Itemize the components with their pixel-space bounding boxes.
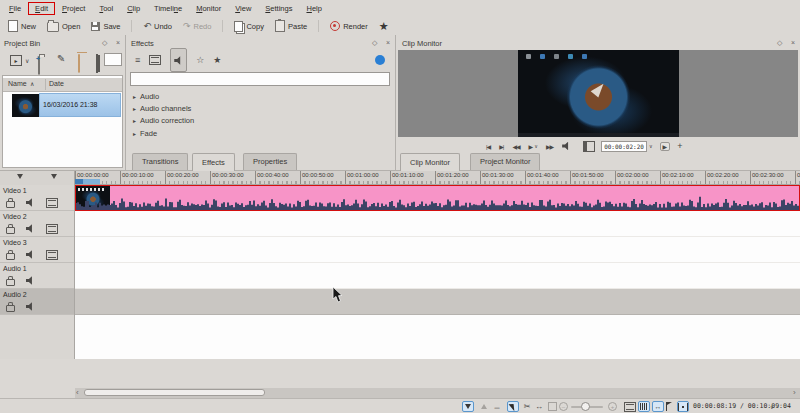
markers-flag-icon[interactable] [666, 401, 674, 412]
show-description-icon[interactable] [375, 55, 385, 65]
menu-file[interactable]: File [2, 2, 28, 15]
paste-button[interactable]: Paste [275, 20, 307, 32]
menu-monitor[interactable]: Monitor [189, 2, 228, 15]
effect-category-audio[interactable]: ▸ Audio [133, 92, 159, 101]
track-lane-audio2-selected[interactable] [75, 289, 800, 315]
lock-track-icon[interactable] [6, 305, 15, 312]
undo-button[interactable]: ↶Undo [143, 22, 171, 31]
lock-track-icon[interactable] [6, 227, 15, 234]
open-button[interactable]: Open [47, 20, 80, 32]
float-panel-icon[interactable]: ◇ [777, 39, 782, 46]
spacer-tool-icon[interactable]: ↔ [534, 401, 544, 412]
bin-clip-row[interactable]: 16/03/2016 21:38 [39, 93, 121, 117]
show-audio-thumbnails-icon[interactable] [638, 401, 650, 412]
track-header-video1[interactable]: Video 1 [0, 185, 74, 211]
effect-category-audio-correction[interactable]: ▸ Audio correction [133, 116, 194, 125]
hide-track-icon[interactable] [46, 250, 58, 260]
close-panel-icon[interactable]: × [116, 39, 120, 46]
float-panel-icon[interactable]: ◇ [372, 39, 377, 46]
column-date[interactable]: Date [49, 80, 64, 87]
favorites-button[interactable]: ★ [379, 21, 389, 32]
create-folder-button[interactable] [38, 56, 40, 75]
mute-track-icon[interactable] [26, 302, 35, 311]
bin-search-input[interactable] [104, 53, 122, 66]
timecode-spinner-icon[interactable]: ∨ [649, 143, 652, 149]
hide-track-icon[interactable] [46, 198, 58, 208]
menu-settings[interactable]: Settings [258, 2, 299, 15]
lock-track-icon[interactable] [6, 253, 15, 260]
track-header-audio2[interactable]: Audio 2 [0, 289, 74, 315]
timeline-ruler[interactable]: 00:00:00:0000:00:10:0000:00:20:0000:00:3… [75, 171, 800, 185]
clip-properties-button[interactable] [96, 54, 98, 73]
track-lane-video3[interactable] [75, 237, 800, 263]
float-panel-icon[interactable]: ◇ [102, 39, 107, 46]
close-panel-icon[interactable]: × [791, 39, 795, 46]
snap-icon[interactable] [677, 401, 689, 412]
menu-project[interactable]: Project [55, 2, 92, 15]
show-video-thumbnails-icon[interactable] [624, 401, 636, 412]
add-marker-icon[interactable]: + [677, 141, 682, 151]
timeline-clip-selected[interactable] [75, 185, 800, 211]
expand-arrow-icon[interactable]: ▸ [133, 131, 136, 137]
expand-arrow-icon[interactable]: ▸ [133, 118, 136, 124]
goto-zone-start-icon[interactable]: |◀ [486, 143, 490, 150]
video-effects-icon[interactable] [149, 55, 161, 65]
effect-category-fade[interactable]: ▸ Fade [133, 129, 157, 138]
monitor-screen[interactable] [398, 50, 798, 137]
bin-column-header[interactable]: Name ∧ Date [3, 78, 122, 92]
razor-tool-icon[interactable]: ✂ [522, 401, 532, 412]
render-button[interactable]: Render [330, 21, 368, 31]
play-options-chevron-icon[interactable]: ∨ [534, 143, 537, 149]
tab-properties[interactable]: Properties [243, 153, 297, 170]
lock-track-icon[interactable] [6, 201, 15, 208]
close-panel-icon[interactable]: × [386, 39, 390, 46]
timeline-body[interactable] [75, 185, 800, 359]
effect-category-audio-channels[interactable]: ▸ Audio channels [133, 104, 191, 113]
mute-track-icon[interactable] [26, 224, 35, 233]
audio-effects-toggle[interactable] [170, 48, 187, 72]
scrollbar-thumb[interactable] [84, 389, 265, 396]
scroll-right-icon[interactable]: › [793, 388, 796, 397]
monitor-volume-icon[interactable] [562, 142, 571, 151]
tab-clip-monitor[interactable]: Clip Monitor [400, 153, 460, 171]
scroll-left-icon[interactable]: ‹ [76, 388, 79, 397]
save-button[interactable]: Save [91, 22, 120, 31]
menu-tool[interactable]: Tool [92, 2, 120, 15]
mute-track-icon[interactable] [26, 198, 35, 207]
clip-thumbnail[interactable] [12, 94, 39, 117]
copy-button[interactable]: Copy [234, 21, 264, 32]
zoom-out-icon[interactable]: – [559, 401, 568, 412]
add-clip-dropdown-icon[interactable]: ∨ [25, 58, 29, 64]
menu-view[interactable]: View [228, 2, 258, 15]
tab-effects[interactable]: Effects [192, 153, 235, 171]
monitor-timecode-field[interactable]: 00:00:02:20 [601, 141, 647, 152]
menu-help[interactable]: Help [299, 2, 328, 15]
timecode-options-chevron-icon[interactable]: ∨ [770, 401, 774, 412]
mute-track-icon[interactable] [26, 250, 35, 259]
goto-zone-end-icon[interactable]: ▶| [499, 143, 503, 150]
track-lane-video2[interactable] [75, 211, 800, 237]
menu-timeline[interactable]: Timeline [147, 2, 189, 15]
track-header-audio1[interactable]: Audio 1 [0, 263, 74, 289]
tab-transitions[interactable]: Transitions [132, 153, 188, 170]
hide-track-icon[interactable] [46, 224, 58, 234]
new-button[interactable]: New [8, 20, 36, 32]
expand-arrow-icon[interactable]: ▸ [133, 94, 136, 100]
custom-effects-icon[interactable]: ☆ [196, 56, 204, 65]
play-icon[interactable]: ▶ [529, 143, 533, 150]
monitor-zone-icon[interactable] [583, 141, 595, 152]
mute-track-icon[interactable] [26, 276, 35, 285]
menu-edit[interactable]: Edit [28, 2, 55, 15]
timeline-hscrollbar[interactable]: ‹ › [75, 388, 800, 398]
normal-edit-mode-icon[interactable] [462, 401, 474, 412]
show-all-effects-icon[interactable]: ≡ [135, 56, 140, 65]
zoom-in-icon[interactable]: + [608, 401, 617, 412]
track-lane-audio1[interactable] [75, 263, 800, 289]
tab-project-monitor[interactable]: Project Monitor [470, 153, 540, 170]
menu-clip[interactable]: Clip [120, 2, 147, 15]
track-header-video2[interactable]: Video 2 [0, 211, 74, 237]
edit-clip-icon[interactable]: ✎ [57, 54, 65, 64]
column-name[interactable]: Name [8, 80, 27, 87]
timeline-zone-start-handle[interactable] [75, 179, 83, 184]
rewind-icon[interactable]: ◀◀ [512, 143, 519, 150]
